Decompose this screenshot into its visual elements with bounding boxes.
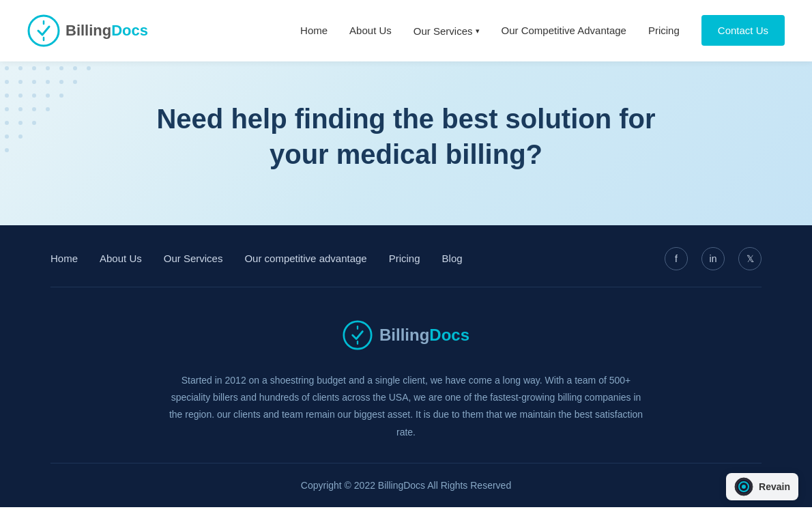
navbar: BillingDocs Home About Us Our Services O… <box>0 0 812 61</box>
footer-link-services[interactable]: Our Services <box>164 253 223 264</box>
revain-badge[interactable]: Revain <box>726 473 798 500</box>
nav-link-home[interactable]: Home <box>300 25 328 36</box>
nav-item-services[interactable]: Our Services <box>414 25 480 37</box>
logo[interactable]: BillingDocs <box>27 14 148 47</box>
nav-link-services[interactable]: Our Services <box>414 25 480 37</box>
svg-point-15 <box>73 80 77 84</box>
svg-point-30 <box>5 148 9 152</box>
footer-logo-text: BillingDocs <box>379 326 469 345</box>
svg-point-18 <box>32 94 36 98</box>
footer-nav-item-services[interactable]: Our Services <box>164 253 223 265</box>
hero-section: Need help finding the best solution for … <box>0 61 812 225</box>
svg-point-16 <box>5 94 9 98</box>
nav-links: Home About Us Our Services Our Competiti… <box>300 25 785 37</box>
svg-point-12 <box>32 80 36 84</box>
nav-link-advantage[interactable]: Our Competitive Advantage <box>502 25 626 36</box>
svg-point-14 <box>59 80 63 84</box>
nav-link-pricing[interactable]: Pricing <box>648 25 680 36</box>
footer-nav-links: Home About Us Our Services Our competiti… <box>50 253 463 265</box>
footer-nav-item-about[interactable]: About Us <box>100 253 142 265</box>
nav-link-about[interactable]: About Us <box>349 25 392 36</box>
nav-item-contact[interactable]: Contact Us <box>701 25 785 37</box>
svg-point-19 <box>46 94 50 98</box>
hero-dots-decoration <box>0 61 96 225</box>
hero-title: Need help finding the best solution for … <box>156 101 655 172</box>
footer-nav-item-home[interactable]: Home <box>50 253 78 265</box>
svg-point-6 <box>46 66 50 70</box>
svg-point-17 <box>18 94 23 98</box>
footer-nav-item-pricing[interactable]: Pricing <box>389 253 420 265</box>
revain-badge-label: Revain <box>759 481 790 492</box>
linkedin-icon[interactable]: in <box>701 247 725 270</box>
footer-social: f in 𝕏 <box>665 247 762 270</box>
footer-link-pricing[interactable]: Pricing <box>389 253 420 264</box>
svg-point-4 <box>18 66 23 70</box>
svg-point-20 <box>59 94 63 98</box>
footer-logo-icon <box>343 320 373 350</box>
nav-item-home[interactable]: Home <box>300 25 328 37</box>
svg-point-13 <box>46 80 50 84</box>
svg-point-3 <box>5 66 9 70</box>
svg-point-21 <box>5 107 9 111</box>
svg-point-10 <box>5 80 9 84</box>
svg-point-7 <box>59 66 63 70</box>
svg-point-36 <box>742 485 746 489</box>
twitter-icon[interactable]: 𝕏 <box>738 247 762 270</box>
svg-point-5 <box>32 66 36 70</box>
svg-point-29 <box>18 134 23 139</box>
svg-point-31 <box>344 322 371 349</box>
svg-point-27 <box>32 121 36 125</box>
revain-badge-icon <box>734 477 753 496</box>
svg-point-0 <box>29 16 59 46</box>
nav-item-pricing[interactable]: Pricing <box>648 25 680 37</box>
logo-text: BillingDocs <box>66 22 148 40</box>
footer-nav: Home About Us Our Services Our competiti… <box>0 225 812 287</box>
footer-nav-item-advantage[interactable]: Our competitive advantage <box>244 253 366 265</box>
svg-point-26 <box>18 121 23 125</box>
svg-point-25 <box>5 121 9 125</box>
footer-logo[interactable]: BillingDocs <box>343 320 469 350</box>
footer-logo-section: BillingDocs Started in 2012 on a shoestr… <box>0 287 812 463</box>
svg-point-11 <box>18 80 23 84</box>
footer-description: Started in 2012 on a shoestring budget a… <box>167 372 645 441</box>
logo-icon <box>27 14 60 47</box>
svg-point-28 <box>5 134 9 139</box>
footer-link-about[interactable]: About Us <box>100 253 142 264</box>
footer: Home About Us Our Services Our competiti… <box>0 225 812 507</box>
footer-copyright: Copyright © 2022 BillingDocs All Rights … <box>0 463 812 507</box>
nav-item-advantage[interactable]: Our Competitive Advantage <box>502 25 626 37</box>
nav-item-about[interactable]: About Us <box>349 25 392 37</box>
facebook-icon[interactable]: f <box>665 247 688 270</box>
svg-point-23 <box>32 107 36 111</box>
footer-link-advantage[interactable]: Our competitive advantage <box>244 253 366 264</box>
footer-link-blog[interactable]: Blog <box>442 253 463 264</box>
footer-nav-item-blog[interactable]: Blog <box>442 253 463 265</box>
svg-point-8 <box>73 66 77 70</box>
svg-point-24 <box>46 107 50 111</box>
footer-link-home[interactable]: Home <box>50 253 78 264</box>
svg-point-9 <box>87 66 91 70</box>
svg-point-22 <box>18 107 23 111</box>
contact-button[interactable]: Contact Us <box>701 15 785 46</box>
